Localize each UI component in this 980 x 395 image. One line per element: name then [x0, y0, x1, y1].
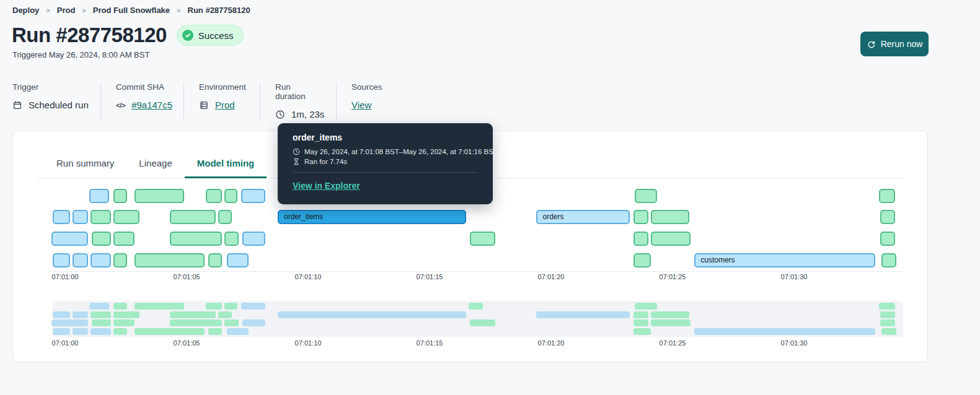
gantt-bar-label: order_items: [279, 211, 465, 221]
overview-bar: [278, 311, 466, 318]
gantt-bar[interactable]: [170, 232, 222, 246]
gantt-bar[interactable]: [92, 232, 111, 246]
gantt-bar[interactable]: [470, 232, 495, 246]
gantt-bar[interactable]: [651, 232, 691, 246]
overview-bar: [113, 303, 127, 310]
sources-view-link[interactable]: View: [351, 100, 371, 110]
success-check-icon: [182, 30, 193, 41]
overview-bar: [113, 328, 127, 335]
overview-bar: [651, 311, 690, 318]
gantt-bar[interactable]: [53, 210, 69, 224]
breadcrumb-item-deploy[interactable]: Deploy: [12, 6, 39, 15]
gantt-bar-customers[interactable]: customers: [694, 253, 875, 267]
meta-label: Trigger: [12, 82, 86, 92]
gantt-bar[interactable]: [89, 189, 108, 203]
page-header: Run #287758120 Success: [12, 24, 244, 47]
run-meta-row: Trigger Scheduled run Commit SHA </> #9a…: [12, 82, 410, 119]
overview-bar: [241, 303, 265, 310]
gantt-bar[interactable]: [227, 253, 249, 267]
overview-x-axis-tick-label: 07:01:25: [660, 339, 686, 347]
gantt-bar[interactable]: [633, 232, 648, 246]
x-axis-line: [53, 271, 903, 272]
overview-bar: [880, 319, 895, 326]
gantt-bar[interactable]: [73, 253, 88, 267]
view-in-explorer-link[interactable]: View in Explorer: [293, 181, 360, 191]
tooltip-time-range: May 26, 2024, at 7:01:08 BST–May 26, 202…: [304, 148, 498, 155]
gantt-bar-orders[interactable]: orders: [536, 210, 630, 224]
gantt-bar[interactable]: [113, 232, 134, 246]
rerun-now-button[interactable]: Rerun now: [860, 32, 929, 56]
x-axis-tick-label: 07:01:30: [781, 273, 808, 280]
gantt-bar[interactable]: [170, 210, 216, 224]
tooltip-duration: Ran for 7.74s: [304, 158, 347, 165]
gantt-bar[interactable]: [241, 189, 265, 203]
gantt-bar[interactable]: [651, 210, 690, 224]
gantt-bar[interactable]: [880, 210, 895, 224]
overview-bar: [218, 311, 232, 318]
overview-x-axis-tick-label: 07:01:20: [538, 339, 565, 347]
gantt-bar[interactable]: [113, 210, 139, 224]
breadcrumb-separator: >: [177, 7, 180, 14]
meta-label: Environment: [199, 82, 245, 92]
timeline-overview-brush[interactable]: [53, 301, 903, 337]
overview-bar: [879, 303, 894, 310]
overview-bar: [536, 311, 630, 318]
overview-bar: [208, 328, 222, 335]
rerun-now-label: Rerun now: [881, 39, 923, 49]
gantt-bar[interactable]: [135, 189, 184, 203]
overview-bar: [224, 303, 238, 310]
meta-environment: Environment Prod: [199, 82, 260, 119]
overview-x-axis-tick-label: 07:01:00: [52, 339, 79, 347]
gantt-bar[interactable]: [73, 210, 88, 224]
meta-label: Commit SHA: [116, 82, 169, 92]
tooltip-model-name: order_items: [293, 132, 478, 142]
clock-icon: [275, 110, 285, 119]
overview-bar: [89, 303, 108, 310]
gantt-bar[interactable]: [880, 232, 895, 246]
gantt-bar[interactable]: [218, 210, 232, 224]
overview-bar: [206, 303, 221, 310]
gantt-bar[interactable]: [53, 253, 69, 267]
hourglass-icon: [293, 158, 300, 165]
overview-bar: [633, 311, 648, 318]
database-icon: [199, 100, 209, 110]
overview-bar: [651, 319, 691, 326]
breadcrumb-item-job[interactable]: Prod Full Snowflake: [93, 6, 170, 15]
page-title: Run #287758120: [12, 24, 167, 47]
gantt-bar[interactable]: [135, 253, 205, 267]
gantt-bar[interactable]: [51, 232, 88, 246]
overview-bar: [227, 328, 249, 335]
gantt-bar[interactable]: [208, 253, 222, 267]
gantt-bar[interactable]: [879, 189, 894, 203]
model-tooltip: order_items May 26, 2024, at 7:01:08 BST…: [278, 123, 493, 204]
gantt-bar[interactable]: [206, 189, 221, 203]
overview-bar: [73, 311, 88, 318]
gantt-bar[interactable]: [224, 189, 238, 203]
breadcrumb-item-run: Run #287758120: [188, 6, 250, 15]
calendar-icon: [12, 100, 22, 110]
gantt-bar[interactable]: [635, 189, 656, 203]
clock-icon: [293, 148, 300, 155]
x-axis-tick-label: 07:01:20: [538, 273, 565, 280]
overview-bar: [880, 311, 895, 318]
gantt-bar[interactable]: [242, 232, 265, 246]
commit-sha-link[interactable]: #9a147c5: [131, 100, 172, 110]
gantt-bar[interactable]: [633, 253, 650, 267]
gantt-bar[interactable]: [113, 253, 127, 267]
x-axis-tick-label: 07:01:05: [174, 273, 200, 280]
overview-bar: [90, 328, 111, 335]
gantt-bar[interactable]: [90, 253, 111, 267]
overview-x-axis-tick-label: 07:01:10: [295, 339, 322, 347]
gantt-bar[interactable]: [881, 253, 896, 267]
tooltip-divider: [293, 172, 478, 173]
gantt-bar[interactable]: [113, 189, 127, 203]
refresh-icon: [867, 40, 876, 49]
environment-link[interactable]: Prod: [215, 100, 235, 110]
gantt-bar[interactable]: [633, 210, 648, 224]
run-duration-value: 1m, 23s: [291, 109, 324, 119]
breadcrumb-item-prod[interactable]: Prod: [57, 6, 76, 15]
gantt-bar-label: customers: [695, 254, 874, 264]
gantt-bar[interactable]: [224, 232, 239, 246]
gantt-bar[interactable]: [90, 210, 111, 224]
gantt-bar-order_items[interactable]: order_items: [278, 210, 466, 224]
